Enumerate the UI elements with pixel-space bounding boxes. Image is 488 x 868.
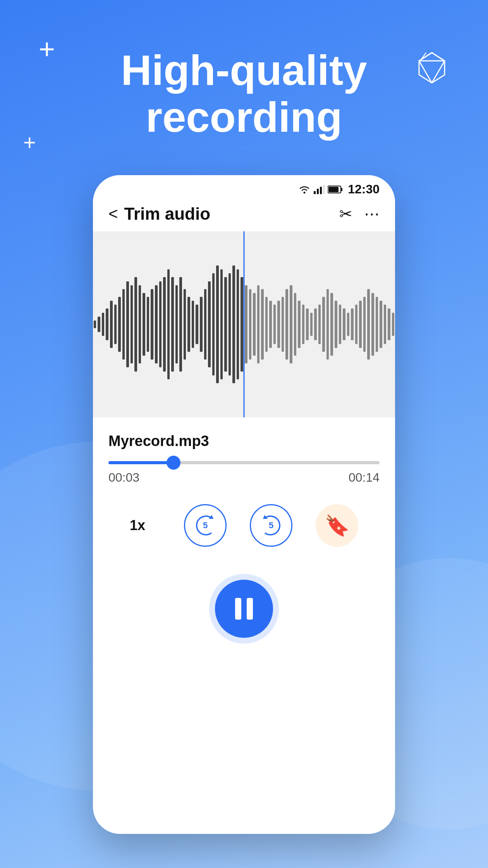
waveform-bar bbox=[196, 305, 198, 344]
waveform-bar bbox=[371, 293, 374, 356]
back-button[interactable]: < bbox=[108, 205, 118, 223]
current-time: 00:03 bbox=[108, 470, 139, 485]
waveform-bar bbox=[306, 308, 309, 340]
waveform-bar bbox=[253, 293, 256, 356]
waveform-bar bbox=[204, 289, 207, 360]
status-time: 12:30 bbox=[348, 182, 380, 196]
waveform-bar bbox=[343, 308, 345, 340]
waveform-bar bbox=[314, 308, 317, 340]
total-time: 00:14 bbox=[349, 470, 380, 485]
waveform-bar bbox=[335, 301, 337, 348]
bookmark-button[interactable]: 🔖 bbox=[316, 504, 358, 547]
waveform-bar bbox=[163, 277, 166, 371]
svg-rect-11 bbox=[320, 187, 322, 194]
waveform-bar bbox=[200, 297, 203, 352]
waveform-bar bbox=[134, 277, 137, 371]
progress-track[interactable] bbox=[108, 461, 380, 464]
top-nav: < Trim audio ✂ ⋯ bbox=[93, 200, 395, 231]
waveform-bar bbox=[339, 305, 342, 344]
svg-point-8 bbox=[304, 191, 306, 193]
waveform-bar bbox=[249, 289, 252, 360]
scissors-button[interactable]: ✂ bbox=[339, 205, 352, 223]
waveform-bar bbox=[310, 313, 313, 336]
more-options-button[interactable]: ⋯ bbox=[364, 205, 380, 223]
header-title: High-quality recording bbox=[121, 46, 367, 140]
waveform-bar bbox=[159, 281, 162, 368]
pause-bar-left bbox=[235, 598, 241, 620]
waveform-bar bbox=[102, 313, 105, 336]
svg-line-4 bbox=[419, 61, 432, 83]
waveform-bar bbox=[118, 297, 121, 352]
waveform-bar bbox=[298, 301, 301, 348]
waveform-bar bbox=[388, 308, 390, 340]
time-labels: 00:03 00:14 bbox=[108, 470, 380, 485]
waveform-bar bbox=[208, 281, 211, 368]
wifi-icon bbox=[298, 185, 311, 194]
waveform-bar bbox=[363, 297, 366, 352]
waveform-bar bbox=[376, 297, 378, 352]
waveform-bar bbox=[126, 281, 129, 368]
status-bar: 12:30 bbox=[93, 175, 395, 200]
svg-rect-12 bbox=[323, 185, 325, 194]
waveform-bar bbox=[232, 265, 235, 383]
waveform-bar bbox=[277, 301, 280, 348]
waveform-bar bbox=[261, 289, 264, 360]
nav-right: ✂ ⋯ bbox=[339, 205, 380, 223]
waveform-bar bbox=[285, 289, 288, 360]
waveform-bar bbox=[318, 305, 321, 344]
waveform-bar bbox=[392, 313, 395, 336]
svg-rect-10 bbox=[317, 189, 319, 194]
waveform-bar bbox=[273, 305, 276, 344]
diamond-icon bbox=[414, 50, 449, 87]
waveform-bar bbox=[131, 285, 133, 364]
page-title: Trim audio bbox=[124, 204, 210, 224]
file-info: Myrecord.mp3 00:03 00:14 bbox=[93, 417, 395, 489]
waveform-bar bbox=[380, 301, 382, 348]
nav-left: < Trim audio bbox=[108, 204, 210, 224]
waveform-bar bbox=[269, 301, 272, 348]
waveform-bar bbox=[155, 285, 158, 364]
waveform-bar bbox=[216, 265, 219, 383]
header-section: + + High-quality recording bbox=[0, 0, 488, 164]
play-section bbox=[93, 562, 395, 675]
waveform-bar bbox=[347, 313, 350, 336]
waveform-bar bbox=[265, 297, 268, 352]
waveform-bar bbox=[220, 269, 223, 379]
speed-label[interactable]: 1x bbox=[130, 517, 161, 534]
waveform-bar bbox=[139, 285, 141, 364]
plus-icon-top: + bbox=[39, 35, 55, 63]
waveform-bar bbox=[110, 301, 113, 348]
waveform-bar bbox=[330, 293, 333, 356]
waveform-bar bbox=[175, 285, 178, 364]
progress-container[interactable] bbox=[108, 461, 380, 464]
waveform-bar bbox=[192, 301, 194, 348]
phone-frame: 12:30 < Trim audio ✂ ⋯ Myrecord.mp3 bbox=[93, 175, 395, 834]
waveform-bar bbox=[241, 277, 243, 371]
waveform-bar bbox=[224, 277, 227, 371]
waveform-bar bbox=[322, 297, 325, 352]
waveform-bar bbox=[187, 297, 190, 352]
svg-rect-14 bbox=[341, 188, 342, 191]
waveform-bar bbox=[179, 277, 182, 371]
play-btn-inner bbox=[215, 580, 273, 638]
waveform-bar bbox=[94, 320, 96, 328]
status-icons bbox=[298, 185, 343, 194]
waveform-bar bbox=[184, 289, 186, 360]
waveform-bar bbox=[98, 317, 100, 332]
waveform-bar bbox=[257, 285, 260, 364]
svg-line-5 bbox=[432, 61, 445, 83]
waveform-area[interactable] bbox=[93, 231, 395, 417]
waveform-bar bbox=[294, 293, 297, 356]
waveform-bar bbox=[384, 305, 387, 344]
forward-button[interactable]: 5 bbox=[250, 504, 292, 547]
pause-button[interactable] bbox=[209, 574, 279, 644]
battery-icon bbox=[328, 185, 343, 194]
rewind-button[interactable]: 5 bbox=[184, 504, 227, 547]
waveform-bar bbox=[355, 305, 358, 344]
waveform-bar bbox=[359, 301, 362, 348]
file-name: Myrecord.mp3 bbox=[108, 433, 380, 450]
rewind-seconds: 5 bbox=[203, 520, 208, 530]
signal-icon bbox=[314, 185, 325, 194]
svg-line-3 bbox=[432, 53, 445, 61]
bookmark-icon: 🔖 bbox=[325, 514, 350, 537]
